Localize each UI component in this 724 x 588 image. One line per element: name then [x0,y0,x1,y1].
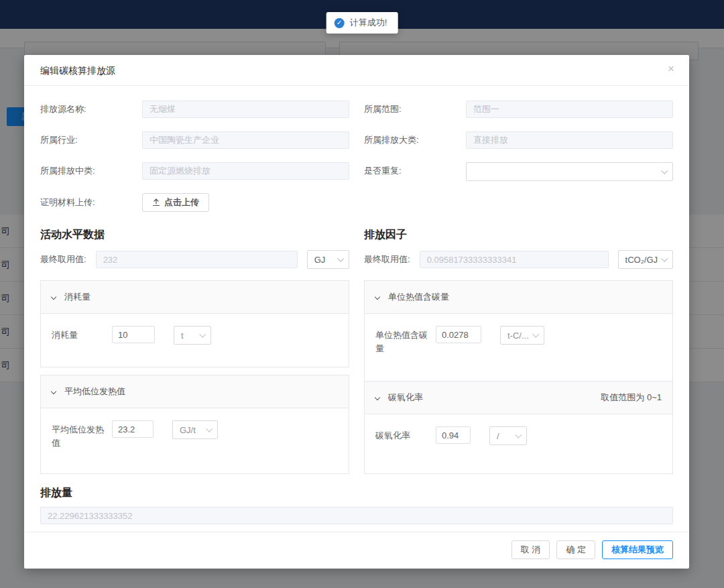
dialog-title: 编辑碳核算排放源 [40,65,115,76]
chevron-down-icon [532,331,539,338]
activity-unit-value: GJ [314,255,326,265]
close-icon[interactable]: × [668,63,674,74]
source-name-label: 排放源名称: [40,103,142,115]
scope-label: 所属范围: [364,103,466,115]
dialog-body: 排放源名称: 所属范围: 所属行业: 所属排放大类: 所属排放中类: 是否重复: [24,86,689,532]
activity-final-label: 最终取用值: [40,253,86,266]
activity-data-title: 活动水平数据 [40,228,349,242]
oxidation-rate-unit-value: / [497,431,499,441]
carbon-content-unit-value: t-C/... [507,331,529,341]
consumption-label: 消耗量 [52,326,112,342]
emission-mid-category-input[interactable] [142,162,349,180]
carbon-content-card-header[interactable]: 单位热值含碳量 [365,281,672,314]
consumption-unit-value: t [181,331,184,341]
consumption-unit-select[interactable]: t [174,326,211,345]
chevron-down-icon [51,294,56,300]
confirm-button[interactable]: 确 定 [556,540,595,559]
consumption-card-header[interactable]: 消耗量 [41,281,349,314]
dialog-footer: 取 消 确 定 核算结果预览 [24,532,689,569]
source-name-input[interactable] [142,101,349,118]
heating-value-card-header[interactable]: 平均低位发热值 [41,375,349,408]
oxidation-rate-card-title: 碳氧化率 [388,392,423,404]
chevron-down-icon [206,426,213,432]
chevron-down-icon [375,294,380,300]
activity-unit-select[interactable]: GJ [307,250,349,269]
basic-info-form: 排放源名称: 所属范围: 所属行业: 所属排放大类: 所属排放中类: 是否重复: [40,101,673,180]
oxidation-rate-card: 碳氧化率 取值范围为 0~1 碳氧化率 / [364,381,673,474]
carbon-content-input[interactable] [436,326,481,343]
chevron-down-icon [337,255,344,262]
oxidation-rate-card-header[interactable]: 碳氧化率 取值范围为 0~1 [365,381,672,414]
factor-final-value-row: 最终取用值: tCO₂/GJ [364,250,673,269]
emission-major-category-input[interactable] [466,131,673,149]
activity-final-value-row: 最终取用值: GJ [40,250,349,269]
upload-icon [152,198,160,207]
chevron-down-icon [661,168,668,174]
field-scope: 所属范围: [364,101,673,118]
industry-input[interactable] [142,131,349,149]
chevron-down-icon [661,255,668,262]
chevron-down-icon [375,395,380,400]
emission-major-category-label: 所属排放大类: [364,134,466,146]
field-industry: 所属行业: [40,131,349,149]
toast-message: 计算成功! [350,17,387,29]
factor-final-label: 最终取用值: [364,253,410,266]
factor-unit-value: tCO₂/GJ [625,255,658,265]
chevron-down-icon [515,432,522,438]
consumption-input[interactable] [112,326,155,343]
activity-data-section: 活动水平数据 最终取用值: GJ 消耗量 消耗量 [40,228,349,474]
emission-mid-category-label: 所属排放中类: [40,165,142,177]
field-is-duplicate: 是否重复: [364,162,673,180]
result-preview-button[interactable]: 核算结果预览 [602,540,673,559]
oxidation-rate-input[interactable] [436,426,471,444]
heating-value-unit-select[interactable]: GJ/t [172,420,218,439]
factor-unit-select[interactable]: tCO₂/GJ [618,250,673,269]
carbon-content-label: 单位热值含碳量 [375,326,436,355]
field-emission-major-category: 所属排放大类: [364,131,673,149]
field-source-name: 排放源名称: [40,101,349,118]
is-duplicate-select[interactable] [466,162,673,181]
chevron-down-icon [51,389,56,394]
success-toast: ✓ 计算成功! [326,12,398,34]
chevron-down-icon [199,331,206,338]
upload-button-label: 点击上传 [164,196,199,209]
carbon-content-card: 单位热值含碳量 单位热值含碳量 t-C/... [364,280,673,381]
edit-emission-source-dialog: 编辑碳核算排放源 × 排放源名称: 所属范围: 所属行业: 所属排放大类: 所属… [24,55,689,569]
emission-amount-section: 排放量 [40,486,673,524]
heating-value-unit-value: GJ/t [180,425,196,435]
heating-value-label: 平均低位发热值 [52,420,112,449]
emission-factor-title: 排放因子 [364,228,673,242]
factor-final-input[interactable] [420,251,609,268]
industry-label: 所属行业: [40,134,142,146]
heating-value-card-title: 平均低位发热值 [64,386,125,398]
oxidation-rate-hint: 取值范围为 0~1 [601,392,662,404]
consumption-card-title: 消耗量 [64,291,90,303]
is-duplicate-label: 是否重复: [364,165,466,177]
emission-amount-input[interactable] [40,507,673,524]
proof-upload-label: 证明材料上传: [40,196,142,209]
oxidation-rate-label: 碳氧化率 [375,426,436,443]
field-proof-upload: 证明材料上传: 点击上传 [40,193,673,212]
consumption-card: 消耗量 消耗量 t [40,280,349,367]
dialog-header: 编辑碳核算排放源 × [24,55,689,86]
activity-final-input[interactable] [96,251,298,268]
field-emission-mid-category: 所属排放中类: [40,162,349,180]
carbon-content-unit-select[interactable]: t-C/... [500,326,544,345]
emission-factor-section: 排放因子 最终取用值: tCO₂/GJ 单位热值含碳量 单位热值含碳 [364,228,673,474]
cancel-button[interactable]: 取 消 [511,540,550,559]
check-circle-icon: ✓ [335,18,345,28]
upload-button[interactable]: 点击上传 [142,193,209,212]
heating-value-card: 平均低位发热值 平均低位发热值 GJ/t [40,375,349,474]
carbon-content-card-title: 单位热值含碳量 [388,291,449,303]
oxidation-rate-unit-select[interactable]: / [489,426,527,445]
heating-value-input[interactable] [112,420,154,438]
emission-amount-title: 排放量 [40,486,673,500]
scope-input[interactable] [466,101,673,118]
